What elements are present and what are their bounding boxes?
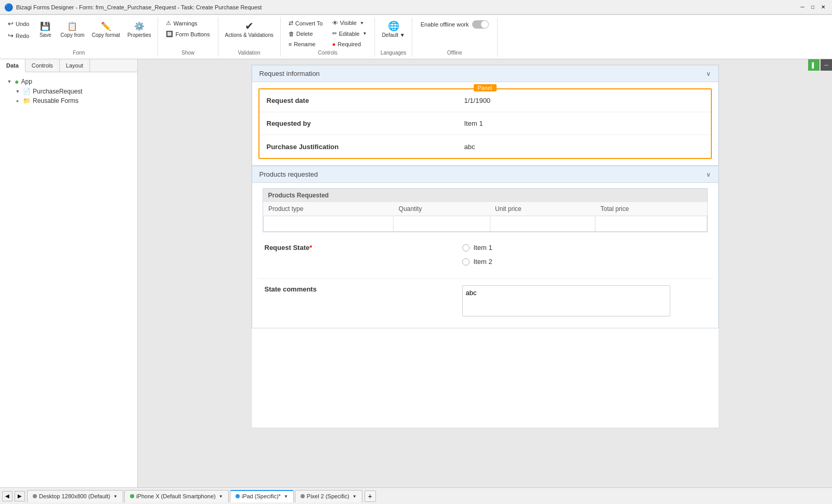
radio-label-1: Item 1 <box>474 244 492 251</box>
form-row-request-date: Request date 1/1/1900 <box>259 89 711 112</box>
reusable-forms-icon: 📁 <box>23 97 31 104</box>
nav-prev-button[interactable]: ◀ <box>2 491 12 501</box>
required-button[interactable]: ● Required <box>329 39 371 49</box>
section-request-info-chevron[interactable]: ∨ <box>706 70 711 77</box>
save-icon: 💾 <box>39 20 51 32</box>
tab-layout[interactable]: Layout <box>60 59 90 72</box>
section-products-requested: Products requested ∨ Products Requested … <box>252 166 719 328</box>
language-icon: 🌐 <box>387 20 400 32</box>
col-quantity: Quantity <box>394 202 490 216</box>
radio-item-2[interactable]: Item 2 <box>462 258 492 266</box>
copy-format-button[interactable]: ✏️ Copy format <box>89 18 122 39</box>
tab-dot-pixel <box>301 494 305 498</box>
redo-button[interactable]: ↪ Redo <box>4 30 33 41</box>
form-row-requested-by: Requested by Item 1 <box>259 112 711 135</box>
col-product-type: Product type <box>263 202 394 216</box>
cell-product-type[interactable] <box>263 216 394 232</box>
tab-dropdown-iphone[interactable]: ▼ <box>219 494 223 499</box>
value-request-date: 1/1/1900 <box>464 97 491 104</box>
input-state-comments[interactable]: abc <box>462 285 670 316</box>
ribbon-group-form-items: ↩ Undo ↪ Redo 💾 Save 📋 Copy from <box>4 18 153 49</box>
offline-label: Enable offline work <box>421 21 469 28</box>
bottom-tab-desktop[interactable]: Desktop 1280x800 (Default) ▼ <box>27 490 123 502</box>
products-table-row[interactable] <box>263 216 707 232</box>
tree-item-reusable-forms[interactable]: ▸ 📁 Reusable Forms <box>12 96 133 105</box>
section-products-chevron[interactable]: ∨ <box>706 171 711 178</box>
undo-button[interactable]: ↩ Undo <box>4 18 33 29</box>
tree-item-purchase-request[interactable]: ▼ 📄 PurchaseRequest <box>12 87 133 96</box>
tab-dot-desktop <box>33 494 37 498</box>
actions-validations-icon: ✔ <box>243 20 255 32</box>
label-purchase-justification: Purchase Justification <box>267 143 464 151</box>
actions-validations-button[interactable]: ✔ Actions & Validations <box>223 18 276 39</box>
convert-to-button[interactable]: ⇄ Convert To <box>285 18 327 28</box>
add-tab-button[interactable]: + <box>365 490 376 502</box>
tree-item-app[interactable]: ▼ ● App <box>4 76 133 87</box>
right-panel-dark-button[interactable]: ─ <box>821 59 832 71</box>
bottom-tab-pixel[interactable]: Pixel 2 (Specific) ▼ <box>295 490 362 502</box>
rename-icon: ≡ <box>289 41 292 47</box>
tab-dropdown-ipad[interactable]: ▼ <box>284 494 288 499</box>
ribbon-group-offline-items: Enable offline work <box>417 18 493 49</box>
right-panel-green-button[interactable]: ▌ <box>808 59 820 71</box>
tab-data[interactable]: Data <box>0 59 25 72</box>
bottom-tab-ipad[interactable]: iPad (Specific)* ▼ <box>230 490 294 502</box>
maximize-button[interactable]: □ <box>808 3 817 11</box>
rename-button[interactable]: ≡ Rename <box>285 39 327 49</box>
title-bar-text: Bizagi Forms Designer - Form: frm_Create… <box>16 4 262 10</box>
radio-group-request-state: Item 1 Item 2 <box>462 244 492 266</box>
products-table-header-row: Product type Quantity Unit price Total p… <box>263 202 707 216</box>
form-buttons-icon: 🔲 <box>166 31 173 37</box>
tree-app-children: ▼ 📄 PurchaseRequest ▸ 📁 Reusable Forms <box>12 87 133 105</box>
default-language-button[interactable]: 🌐 Default ▼ <box>379 18 407 39</box>
delete-button[interactable]: 🗑 Delete <box>285 29 327 38</box>
tab-dropdown-pixel[interactable]: ▼ <box>353 494 357 499</box>
app-status-icon: ● <box>15 77 19 86</box>
ribbon-group-validation: ✔ Actions & Validations Validation <box>218 17 281 57</box>
form-canvas: Request information ∨ Panel Request date… <box>251 64 719 428</box>
minimize-button[interactable]: ─ <box>798 3 807 11</box>
close-button[interactable]: ✕ <box>818 3 828 11</box>
nav-next-button[interactable]: ▶ <box>15 491 25 501</box>
properties-button[interactable]: ⚙️ Properties <box>125 18 154 39</box>
products-table-container: Products Requested Product type Quantity… <box>257 188 713 323</box>
ribbon: ↩ Undo ↪ Redo 💾 Save 📋 Copy from <box>0 15 832 59</box>
tab-label-ipad: iPad (Specific)* <box>242 493 281 499</box>
main-layout: Data Controls Layout ▼ ● App ▼ 📄 Purchas… <box>0 59 832 487</box>
tab-label-pixel: Pixel 2 (Specific) <box>307 493 349 499</box>
cell-quantity[interactable] <box>394 216 490 232</box>
copy-from-icon: 📋 <box>66 20 79 32</box>
form-buttons-button[interactable]: 🔲 Form Buttons <box>162 29 213 39</box>
show-buttons: ⚠ Warnings 🔲 Form Buttons <box>162 18 213 39</box>
ribbon-group-form: ↩ Undo ↪ Redo 💾 Save 📋 Copy from <box>0 17 158 57</box>
title-bar: 🔵 Bizagi Forms Designer - Form: frm_Crea… <box>0 0 832 15</box>
tab-dot-iphone <box>130 494 134 498</box>
tab-dropdown-desktop[interactable]: ▼ <box>113 494 118 499</box>
copy-from-button[interactable]: 📋 Copy from <box>58 18 87 39</box>
tab-label-desktop: Desktop 1280x800 (Default) <box>39 493 110 499</box>
bottom-tab-iphone[interactable]: iPhone X (Default Smartphone) ▼ <box>124 490 229 502</box>
required-icon: ● <box>332 41 336 47</box>
window-controls: ─ □ ✕ <box>798 3 828 11</box>
offline-toggle[interactable] <box>472 20 489 29</box>
label-request-state: Request State* <box>265 244 462 251</box>
radio-item-1[interactable]: Item 1 <box>462 244 492 251</box>
ribbon-group-controls-items: ⇄ Convert To 🗑 Delete ≡ Rename 👁 <box>285 18 371 49</box>
convert-to-icon: ⇄ <box>289 20 293 26</box>
editable-button[interactable]: ✏ Editable ▼ <box>329 29 371 38</box>
section-request-info-header: Request information ∨ <box>252 65 718 82</box>
controls-right: 👁 Visible ▼ ✏ Editable ▼ ● Required <box>329 18 371 49</box>
value-requested-by: Item 1 <box>464 120 483 127</box>
cell-unit-price[interactable] <box>490 216 595 232</box>
cell-total-price[interactable] <box>595 216 707 232</box>
tab-controls[interactable]: Controls <box>25 59 60 72</box>
radio-label-2: Item 2 <box>474 258 492 266</box>
language-dropdown-arrow: ▼ <box>400 32 405 38</box>
warnings-button[interactable]: ⚠ Warnings <box>162 18 213 28</box>
section-request-info-title: Request information <box>259 70 320 77</box>
save-button[interactable]: 💾 Save <box>35 18 56 39</box>
products-table-wrapper: Products Requested Product type Quantity… <box>263 188 708 232</box>
controls-left: ⇄ Convert To 🗑 Delete ≡ Rename <box>285 18 327 49</box>
visible-button[interactable]: 👁 Visible ▼ <box>329 18 371 28</box>
delete-icon: 🗑 <box>289 31 294 37</box>
